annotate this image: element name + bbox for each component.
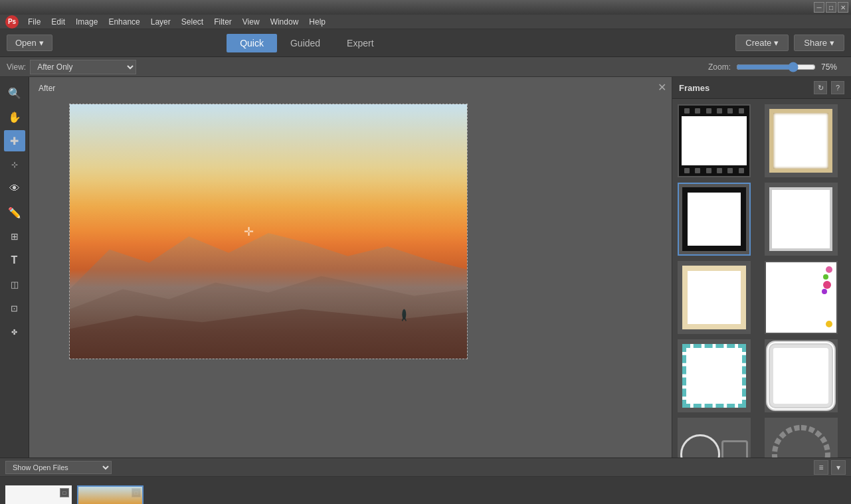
move-tool[interactable]: ✚	[4, 130, 25, 151]
thumbnail-strip: □ □	[0, 477, 851, 504]
minimize-button[interactable]: ─	[814, 2, 824, 13]
tab-expert[interactable]: Expert	[333, 34, 387, 52]
eraser-tool[interactable]: ◫	[4, 274, 25, 295]
svg-rect-0	[70, 104, 467, 359]
tab-guided[interactable]: Guided	[277, 34, 333, 52]
frame-filmstrip[interactable]	[678, 104, 751, 177]
thumbnail-blank[interactable]: □	[5, 485, 72, 504]
selection-tool[interactable]: ⊹	[4, 154, 25, 175]
canvas-area: ✕ After	[29, 77, 672, 458]
frame-round-decorative[interactable]	[765, 418, 838, 458]
create-button[interactable]: Create ▾	[735, 35, 789, 51]
thumbnail-view-button[interactable]: ≡	[814, 460, 828, 475]
frame-teal-dashed[interactable]	[678, 339, 751, 412]
frame-gray[interactable]	[765, 183, 838, 256]
panel-title: Frames	[679, 83, 709, 93]
frame-scallop[interactable]	[765, 339, 838, 412]
canvas-close-button[interactable]: ✕	[658, 81, 666, 94]
view-toolbar: View: After Only Before Only Before & Af…	[0, 57, 851, 77]
view-select[interactable]: After Only Before Only Before & After Ho…	[30, 60, 136, 74]
left-toolbar: 🔍 ✋ ✚ ⊹ 👁 ✏️ ⊞ T ◫ ⊡ ✤	[0, 77, 29, 458]
show-open-files-select[interactable]: Show Open Files	[5, 461, 112, 474]
titlebar: ─ □ ✕	[0, 0, 851, 15]
menu-image[interactable]: Image	[70, 16, 103, 28]
thumbnail-toolbar: Show Open Files ≡ ▾	[0, 458, 851, 477]
share-button[interactable]: Share ▾	[794, 35, 844, 51]
frame-cream-ornate[interactable]	[765, 104, 838, 177]
zoom-section: Zoom: 75%	[708, 62, 844, 72]
frames-grid	[672, 99, 851, 458]
panel-refresh-button[interactable]: ↻	[814, 81, 827, 94]
create-share-section: Create ▾ Share ▾	[735, 35, 844, 51]
healing-tool[interactable]: ⊞	[4, 226, 25, 247]
menu-select[interactable]: Select	[176, 16, 209, 28]
panel-icons: ↻ ?	[814, 81, 844, 94]
svg-rect-4	[78, 487, 142, 504]
canvas-image: ✛	[70, 104, 467, 359]
frame-cream-paper[interactable]	[678, 261, 751, 334]
frame-flower[interactable]	[765, 261, 838, 334]
view-label: View:	[7, 62, 26, 72]
menu-enhance[interactable]: Enhance	[103, 16, 145, 28]
mode-tabs: Quick Guided Expert	[227, 34, 387, 52]
thumbnail-toolbar-right: ≡ ▾	[814, 460, 846, 475]
text-tool[interactable]: T	[4, 250, 25, 271]
hand-tool[interactable]: ✋	[4, 106, 25, 127]
brush-tool[interactable]: ✏️	[4, 202, 25, 223]
menubar: Ps File Edit Image Enhance Layer Select …	[0, 15, 851, 29]
open-button[interactable]: Open ▾	[7, 35, 52, 51]
canvas-crosshair: ✛	[244, 224, 254, 239]
thumbnail-photo[interactable]: □	[77, 485, 143, 504]
after-label: After	[39, 84, 55, 93]
zoom-value: 75%	[821, 62, 844, 72]
menu-window[interactable]: Window	[265, 16, 304, 28]
thumbnail-badge-blank: □	[60, 488, 69, 497]
panel-header: Frames ↻ ?	[672, 77, 851, 99]
menu-file[interactable]: File	[23, 16, 46, 28]
top-toolbar: Open ▾ Quick Guided Expert Create ▾ Shar…	[0, 29, 851, 57]
panel-help-button[interactable]: ?	[831, 81, 844, 94]
menu-edit[interactable]: Edit	[46, 16, 70, 28]
eye-tool[interactable]: 👁	[4, 178, 25, 199]
menu-view[interactable]: View	[237, 16, 265, 28]
maximize-button[interactable]: □	[826, 2, 836, 13]
app-icon: Ps	[5, 15, 19, 29]
image-canvas: ✛	[69, 104, 468, 359]
custom-tool[interactable]: ✤	[4, 321, 25, 343]
zoom-tool[interactable]: 🔍	[4, 82, 25, 104]
tab-quick[interactable]: Quick	[227, 34, 277, 52]
zoom-slider[interactable]	[736, 62, 816, 72]
frame-spotlight[interactable]	[678, 418, 751, 458]
main-area: 🔍 ✋ ✚ ⊹ 👁 ✏️ ⊞ T ◫ ⊡ ✤ ✕ After	[0, 77, 851, 458]
frame-black-border[interactable]	[678, 183, 751, 256]
menu-layer[interactable]: Layer	[145, 16, 176, 28]
thumbnail-arrow-button[interactable]: ▾	[831, 460, 846, 475]
close-button[interactable]: ✕	[838, 2, 848, 13]
right-panel: Frames ↻ ?	[672, 77, 851, 458]
menu-filter[interactable]: Filter	[209, 16, 237, 28]
menu-help[interactable]: Help	[304, 16, 331, 28]
zoom-label: Zoom:	[708, 62, 731, 72]
bottom-area: Show Open Files ≡ ▾ □ □	[0, 458, 851, 504]
crop-tool[interactable]: ⊡	[4, 297, 25, 319]
